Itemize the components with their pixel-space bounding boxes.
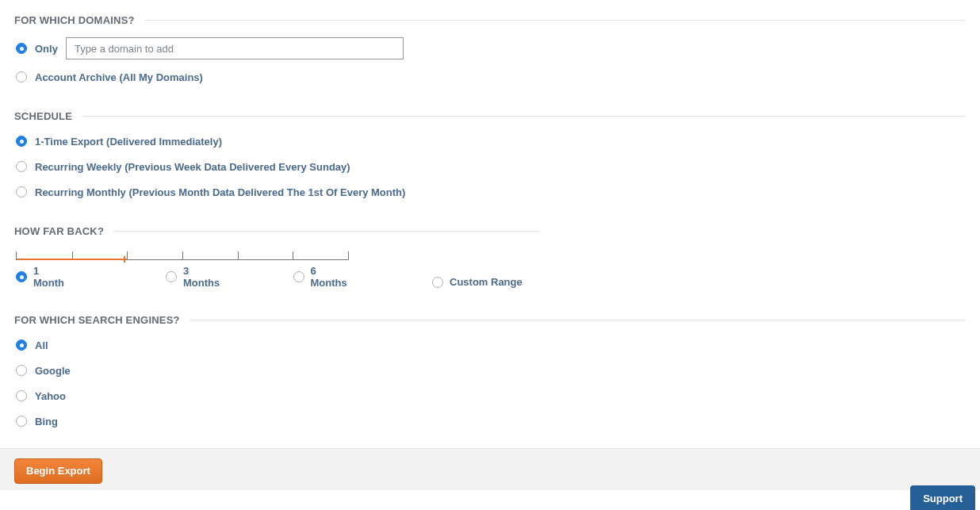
section-header: HOW FAR BACK? [14, 225, 966, 237]
radio-range-3months[interactable] [166, 271, 177, 282]
radio-label-archive[interactable]: Account Archive (All My Domains) [35, 71, 203, 83]
section-domains: FOR WHICH DOMAINS? Only Account Archive … [14, 14, 966, 85]
radio-domains-only[interactable] [16, 43, 27, 54]
slider-fill [17, 259, 127, 260]
tick [182, 251, 183, 259]
begin-export-button[interactable]: Begin Export [14, 458, 102, 484]
divider [82, 116, 966, 117]
slider-ticks [16, 251, 349, 260]
radio-engine-all[interactable] [16, 339, 27, 351]
radio-label-only[interactable]: Only [35, 43, 58, 55]
support-tab[interactable]: Support [910, 485, 975, 490]
radio-label-1month[interactable]: 1 Month [33, 265, 67, 289]
radio-label-all[interactable]: All [35, 339, 48, 351]
divider [189, 320, 966, 320]
radio-range-1month[interactable] [16, 271, 27, 282]
radio-label-custom[interactable]: Custom Range [450, 276, 523, 288]
section-header: FOR WHICH DOMAINS? [14, 14, 966, 26]
section-header: SCHEDULE [14, 110, 966, 122]
section-search-engines: FOR WHICH SEARCH ENGINES? All Google Yah… [14, 314, 966, 429]
radio-label-6months[interactable]: 6 Months [311, 265, 349, 289]
radio-range-6months[interactable] [293, 271, 304, 282]
radio-label-monthly[interactable]: Recurring Monthly (Previous Month Data D… [35, 186, 405, 198]
radio-range-custom[interactable] [432, 277, 443, 288]
radio-engine-google[interactable] [16, 365, 27, 376]
tick [293, 251, 293, 259]
tick [238, 251, 239, 259]
radio-domains-archive[interactable] [16, 71, 27, 82]
radio-label-google[interactable]: Google [35, 365, 71, 377]
radio-label-3months[interactable]: 3 Months [183, 265, 221, 289]
radio-label-weekly[interactable]: Recurring Weekly (Previous Week Data Del… [35, 161, 350, 173]
divider [144, 20, 966, 21]
range-slider[interactable]: 1 Month 3 Months 6 Months [16, 251, 349, 289]
section-header: FOR WHICH SEARCH ENGINES? [14, 314, 966, 326]
section-schedule: SCHEDULE 1-Time Export (Delivered Immedi… [14, 110, 966, 200]
radio-engine-yahoo[interactable] [16, 390, 27, 401]
radio-engine-bing[interactable] [16, 416, 27, 427]
slider-handle[interactable] [124, 256, 125, 263]
divider [113, 231, 540, 232]
tick [127, 251, 128, 259]
section-legend: HOW FAR BACK? [14, 225, 104, 237]
section-legend: FOR WHICH SEARCH ENGINES? [14, 314, 180, 326]
radio-label-yahoo[interactable]: Yahoo [35, 390, 66, 402]
footer-bar: Begin Export [0, 448, 980, 490]
radio-schedule-monthly[interactable] [16, 186, 27, 197]
radio-label-onetime[interactable]: 1-Time Export (Delivered Immediately) [35, 136, 222, 148]
radio-schedule-weekly[interactable] [16, 161, 27, 172]
radio-label-bing[interactable]: Bing [35, 416, 58, 428]
section-legend: FOR WHICH DOMAINS? [14, 14, 135, 26]
section-howfarback: HOW FAR BACK? [14, 225, 966, 289]
domain-input[interactable] [66, 37, 404, 59]
radio-schedule-onetime[interactable] [16, 136, 27, 147]
section-legend: SCHEDULE [14, 110, 72, 122]
